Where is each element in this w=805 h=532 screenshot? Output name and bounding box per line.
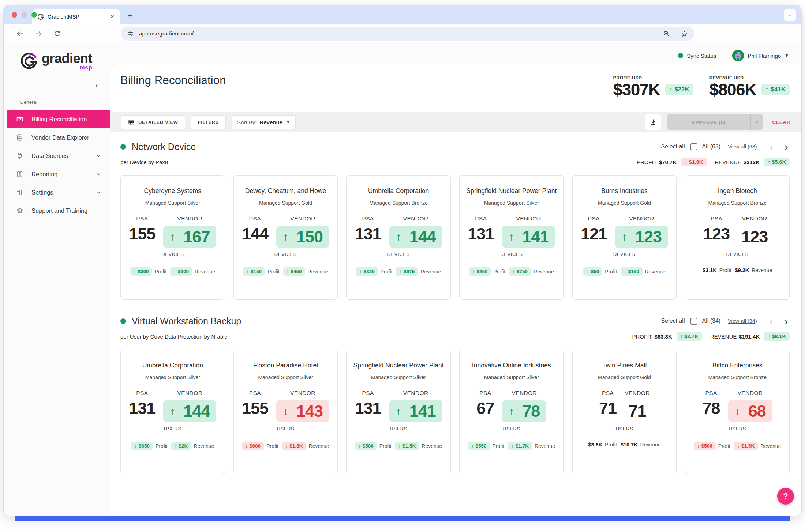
card-stats: ↑$300Profit ↑$900Revenue (121, 267, 225, 276)
select-all-label: Select all (661, 143, 685, 150)
unit-label: USERS (460, 426, 564, 431)
next-page-chevron[interactable]: › (783, 141, 790, 152)
sidebar-item-support-and-training[interactable]: Support and Training (4, 201, 110, 220)
psa-label: PSA (129, 215, 155, 222)
back-icon[interactable] (16, 30, 24, 38)
vendor-link[interactable]: Cove Data Protection by N-able (150, 333, 228, 340)
reload-icon[interactable] (53, 30, 61, 37)
customer-card[interactable]: Burns Industries Managed Support Gold PS… (572, 175, 677, 300)
psa-count: 155 (129, 226, 155, 242)
zoom-out-icon[interactable] (663, 30, 670, 37)
tab-close-icon[interactable]: × (109, 13, 116, 20)
revenue-word: Revenue (640, 442, 661, 448)
customer-name: Floston Paradise Hotel (234, 362, 338, 369)
download-button[interactable] (645, 114, 661, 130)
filters-button[interactable]: FILTERS (191, 115, 226, 129)
customer-name: Umbrella Corporation (121, 362, 225, 369)
chevron-down-icon (96, 154, 101, 158)
window-controls (12, 12, 37, 18)
next-page-chevron[interactable]: › (783, 315, 790, 327)
unit-label: USERS (573, 426, 677, 431)
user-name[interactable]: Phil Flamingo (748, 53, 781, 59)
user-menu-caret-icon[interactable]: ▼ (785, 53, 789, 58)
close-window-button[interactable] (12, 12, 17, 18)
card-profit-delta: ↑$325 (356, 267, 378, 276)
customer-card[interactable]: Twin Pines Mall Managed Support Gold PSA… (572, 350, 677, 474)
psa-count: 71 (599, 400, 617, 416)
customer-card[interactable]: Cyberdyne Systems Managed Support Silver… (120, 175, 225, 300)
customer-card[interactable]: Biffco Enterprises Managed Support Bronz… (685, 350, 790, 474)
minimize-window-button[interactable] (22, 12, 27, 18)
card-revenue-delta: $9.2K (735, 267, 749, 273)
select-all-checkbox[interactable] (690, 318, 697, 325)
maximize-window-button[interactable] (31, 12, 37, 18)
database-icon (16, 134, 23, 141)
customer-card[interactable]: Springfield Nuclear Power Plant Managed … (346, 350, 451, 474)
customer-name: Dewey, Cheatum, and Howe (234, 187, 338, 195)
profit-word: Profit (267, 269, 280, 275)
vendor-label: VENDOR (163, 215, 216, 222)
sidebar-item-data-sources[interactable]: Data Sources (4, 147, 110, 165)
detailed-view-button[interactable]: DETAILED VIEW (121, 115, 185, 129)
customer-card[interactable]: Umbrella Corporation Managed Support Bro… (346, 175, 451, 300)
desktop-accent-bar (15, 516, 790, 521)
prev-page-chevron[interactable]: ‹ (768, 141, 775, 152)
sidebar-item-billing-reconciliation[interactable]: Billing Reconciliation (7, 110, 110, 128)
revenue-word: Revenue (645, 269, 666, 275)
customer-card[interactable]: Springfield Nuclear Power Plant Managed … (459, 175, 564, 300)
vendor-count-badge: ↑78 (502, 400, 546, 422)
customer-card[interactable]: Dewey, Cheatum, and Howe Managed Support… (233, 175, 338, 300)
card-profit-delta: ↓$500 (694, 442, 716, 450)
help-button[interactable]: ? (777, 488, 794, 505)
clear-button[interactable]: CLEAR (772, 120, 791, 125)
card-divider (246, 287, 325, 287)
card-profit-delta: ↑$150 (243, 267, 265, 276)
browser-address-row: app.usegradient.com/ (4, 24, 801, 43)
vendor-link[interactable]: Pax8 (156, 159, 168, 165)
card-profit-delta: $3.6K (588, 442, 602, 448)
url-text[interactable]: app.usegradient.com/ (139, 30, 663, 37)
site-settings-icon[interactable] (127, 30, 134, 37)
psa-label: PSA (476, 390, 494, 396)
view-all-link[interactable]: View all (63) (728, 144, 757, 150)
card-stats: ↑$50Profit ↑$150Revenue (573, 267, 677, 276)
approve-button[interactable]: APPROVE (0) (667, 114, 750, 130)
vendor-label: VENDOR (163, 390, 216, 396)
bookmark-star-icon[interactable] (681, 30, 688, 37)
customer-plan: Managed Support Silver (121, 374, 225, 380)
card-stats: $3.6KProfit $10.7KRevenue (573, 442, 677, 448)
card-divider (698, 461, 777, 461)
customer-name: Springfield Nuclear Power Plant (347, 362, 450, 369)
card-stats: ↑$325Profit ↑$975Revenue (347, 267, 450, 276)
all-count-label: All (34) (702, 318, 720, 324)
forward-icon[interactable] (35, 30, 42, 38)
card-revenue-delta: ↑$975 (396, 267, 418, 276)
unit-link[interactable]: Device (130, 159, 147, 165)
sort-by-dropdown[interactable]: Sort By: Revenue ▼ (232, 115, 296, 129)
vendor-label: VENDOR (728, 390, 772, 396)
sidebar-item-settings[interactable]: Settings (4, 183, 110, 201)
sidebar-item-vendor-data-explorer[interactable]: Vendor Data Explorer (4, 128, 110, 147)
view-all-link[interactable]: View all (34) (728, 318, 757, 324)
vendor-count-badge: ↑150 (276, 226, 329, 248)
approve-caret-icon[interactable]: ▼ (750, 114, 763, 130)
section-profit-stat: PROFIT$63.8K ↑ $2.7K (632, 332, 702, 341)
browser-tab[interactable]: GradientMSP × (32, 9, 120, 24)
sidebar-item-reporting[interactable]: Reporting (4, 165, 110, 183)
select-all-label: Select all (661, 318, 685, 324)
address-bar[interactable]: app.usegradient.com/ (121, 27, 694, 41)
prev-page-chevron[interactable]: ‹ (768, 315, 775, 327)
unit-label: USERS (234, 426, 338, 431)
customer-card[interactable]: Floston Paradise Hotel Managed Support S… (233, 350, 338, 474)
avatar[interactable] (732, 50, 744, 61)
browser-menu-button[interactable] (784, 9, 796, 21)
card-divider (472, 461, 551, 461)
customer-card[interactable]: Innovative Online Industries Managed Sup… (459, 350, 564, 474)
unit-link[interactable]: User (130, 333, 142, 340)
customer-card[interactable]: Umbrella Corporation Managed Support Sil… (120, 350, 225, 474)
customer-plan: Managed Support Silver (460, 374, 564, 380)
new-tab-button[interactable]: + (124, 11, 135, 21)
customer-card[interactable]: Ingen Biotech Managed Support Bronze PSA… (685, 175, 790, 300)
section-profit-delta-badge: ↓ $1.9K (681, 158, 707, 166)
select-all-checkbox[interactable] (690, 143, 697, 150)
